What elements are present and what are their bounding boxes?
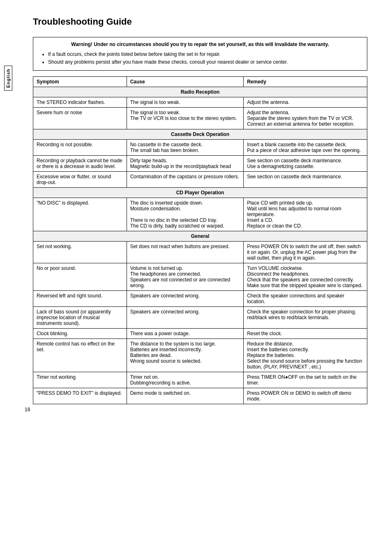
cell-remedy: See section on cassette deck maintenance… [244, 172, 367, 188]
cell-symptom: Timer not working [33, 372, 127, 388]
cell-cause: Speakers are connected wrong. [127, 307, 244, 329]
troubleshooting-table: Symptom Cause Remedy Radio ReceptionThe … [33, 76, 367, 404]
section-header-3: General [33, 231, 367, 242]
page: English Troubleshooting Guide Warning! U… [0, 0, 392, 421]
section-title-3: General [33, 231, 367, 242]
cell-remedy: Check the speaker connection for proper … [244, 307, 367, 329]
cell-cause: Speakers are connected wrong. [127, 291, 244, 307]
cell-cause: The signal is too weak.The TV or VCR is … [127, 108, 244, 129]
section-header-2: CD Player Operation [33, 188, 367, 198]
cell-symptom: Recording is not possible. [33, 140, 127, 156]
table-row: Excessive wow or flutter, or sound drop-… [33, 172, 367, 188]
table-row: Clock blinking.There was a power outage.… [33, 329, 367, 339]
cell-symptom: Remote control has no effect on the set. [33, 339, 127, 372]
cell-cause: Volume is not turned up.The headphones a… [127, 263, 244, 291]
cell-symptom: "PRESS DEMO TO EXIT" is displayed. [33, 388, 127, 404]
cell-symptom: Reversed left and right sound. [33, 291, 127, 307]
page-number: 18 [25, 407, 30, 412]
cell-symptom: Clock blinking. [33, 329, 127, 339]
cell-cause: There was a power outage. [127, 329, 244, 339]
table-row: "PRESS DEMO TO EXIT" is displayed.Demo m… [33, 388, 367, 404]
section-title-2: CD Player Operation [33, 188, 367, 198]
cell-symptom: Severe hum or noise [33, 108, 127, 129]
table-row: Set not working.Set does not react when … [33, 242, 367, 263]
section-title-1: Cassette Deck Operation [33, 129, 367, 140]
warning-text: Warning! Under no circumstances should y… [40, 41, 360, 47]
cell-remedy: Press POWER ON or DEMO to switch off dem… [244, 388, 367, 404]
col-header-symptom: Symptom [33, 77, 127, 87]
cell-symptom: The STEREO indicator flashes. [33, 97, 127, 108]
cell-remedy: Reset the clock. [244, 329, 367, 339]
cell-cause: The disc is inserted upside down.Moistur… [127, 198, 244, 231]
section-title-0: Radio Reception [33, 87, 367, 97]
table-row: Recording is not possible.No cassette in… [33, 140, 367, 156]
table-row: Reversed left and right sound.Speakers a… [33, 291, 367, 307]
cell-symptom: Lack of bass sound (or apparently imprec… [33, 307, 127, 329]
cell-cause: The signal is too weak. [127, 97, 244, 108]
warning-bullet-2: Should any problems persist after you ha… [48, 58, 360, 66]
cell-cause: The distance to the system is too large.… [127, 339, 244, 372]
cell-remedy: Check the speaker connections and speake… [244, 291, 367, 307]
cell-symptom: Recording or playback cannot be made or … [33, 156, 127, 172]
cell-symptom: No or poor sound. [33, 263, 127, 291]
warning-box: Warning! Under no circumstances should y… [33, 37, 367, 71]
table-row: Lack of bass sound (or apparently imprec… [33, 307, 367, 329]
cell-cause: Demo mode is switched on. [127, 388, 244, 404]
table-row: No or poor sound.Volume is not turned up… [33, 263, 367, 291]
cell-cause: No cassette in the cassette deck.The sma… [127, 140, 244, 156]
cell-remedy: Place CD with printed side up.Wait until… [244, 198, 367, 231]
warning-bullet-1: If a fault occurs, check the points list… [48, 51, 360, 58]
sidebar-english-label: English [4, 66, 12, 91]
cell-remedy: Insert a blank cassette into the cassett… [244, 140, 367, 156]
cell-remedy: Adjust the antenna. [244, 97, 367, 108]
table-row: Remote control has no effect on the set.… [33, 339, 367, 372]
table-row: "NO DISC" is displayed.The disc is inser… [33, 198, 367, 231]
table-row: Severe hum or noiseThe signal is too wea… [33, 108, 367, 129]
table-row: Recording or playback cannot be made or … [33, 156, 367, 172]
col-header-cause: Cause [127, 77, 244, 87]
cell-remedy: Adjust the antenna.Separate the stereo s… [244, 108, 367, 129]
cell-cause: Dirty tape heads.Magnetic build-up in th… [127, 156, 244, 172]
cell-symptom: Set not working. [33, 242, 127, 263]
cell-cause: Contamination of the capstans or pressur… [127, 172, 244, 188]
cell-cause: Set does not react when buttons are pres… [127, 242, 244, 263]
cell-remedy: See section on cassette deck maintenance… [244, 156, 367, 172]
cell-remedy: Reduce the distance.Insert the batteries… [244, 339, 367, 372]
cell-cause: Timer not on.Dubbing/recording is active… [127, 372, 244, 388]
cell-remedy: Press POWER ON to switch the unit off, t… [244, 242, 367, 263]
section-header-0: Radio Reception [33, 87, 367, 97]
cell-remedy: Turn VOLUME clockwise.Disconnect the hea… [244, 263, 367, 291]
table-row: Timer not workingTimer not on.Dubbing/re… [33, 372, 367, 388]
warning-bullets: If a fault occurs, check the points list… [40, 51, 360, 66]
section-header-1: Cassette Deck Operation [33, 129, 367, 140]
col-header-remedy: Remedy [244, 77, 367, 87]
cell-remedy: Press TIMER ON●OFF on the set to switch … [244, 372, 367, 388]
cell-symptom: "NO DISC" is displayed. [33, 198, 127, 231]
cell-symptom: Excessive wow or flutter, or sound drop-… [33, 172, 127, 188]
table-row: The STEREO indicator flashes.The signal … [33, 97, 367, 108]
page-title: Troubleshooting Guide [33, 16, 367, 27]
